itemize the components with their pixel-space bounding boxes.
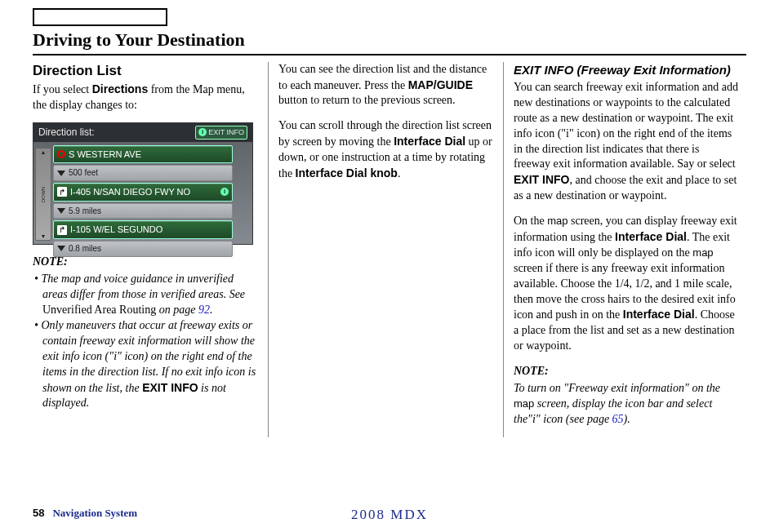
note-bullet-1: The map and voice guidance in unverified… bbox=[33, 272, 258, 318]
ss-header: Direction list: iEXIT INFO bbox=[33, 123, 252, 141]
col2-p2: You can scroll through the direction lis… bbox=[278, 118, 493, 182]
triangle-icon bbox=[57, 171, 65, 176]
map-text: map bbox=[547, 215, 568, 227]
page-title: Driving to Your Destination bbox=[33, 28, 746, 55]
ss-exit-info-button: iEXIT INFO bbox=[195, 126, 247, 139]
ss-dist-3: 0.8 miles bbox=[53, 241, 233, 257]
interface-dial-bold: Interface Dial bbox=[623, 308, 695, 321]
interface-dial-bold: Interface Dial bbox=[615, 230, 687, 243]
text: 500 feet bbox=[69, 167, 98, 179]
column-2: You can see the direction list and the d… bbox=[268, 62, 503, 437]
col3-p1: You can search freeway exit information … bbox=[514, 80, 738, 204]
content-columns: Direction List If you select Directions … bbox=[33, 62, 746, 437]
info-icon: i bbox=[220, 188, 229, 196]
ss-row-3: ↱I-105 W/EL SEGUNDO bbox=[53, 220, 233, 239]
text: button to return to the previous screen. bbox=[278, 94, 456, 106]
interface-dial-knob-bold: Interface Dial knob bbox=[296, 166, 398, 180]
info-icon: i bbox=[198, 128, 207, 136]
text: 5.9 miles bbox=[69, 206, 101, 217]
col3-note: To turn on "Freeway exit information" on… bbox=[514, 381, 738, 428]
footer-section-label: Navigation System bbox=[52, 506, 137, 521]
ss-body: S WESTERN AVE 500 feet ↱I-405 N/SAN DIEG… bbox=[33, 142, 252, 262]
text: The map and voice guidance in unverified… bbox=[41, 273, 245, 300]
intro-paragraph: If you select Directions from the Map me… bbox=[33, 82, 258, 113]
map-text: map bbox=[514, 397, 534, 410]
text: ). bbox=[624, 413, 630, 425]
directions-bold: Directions bbox=[92, 82, 148, 95]
note-bullet-2: Only maneuvers that occur at freeway exi… bbox=[33, 318, 258, 411]
col3-p2: On the map screen, you can display freew… bbox=[514, 214, 738, 354]
column-1: Direction List If you select Directions … bbox=[33, 62, 268, 437]
text: . bbox=[210, 304, 213, 316]
interface-dial-bold: Interface Dial bbox=[394, 135, 465, 148]
ss-row-2: ↱I-405 N/SAN DIEGO FWY NOi bbox=[53, 183, 233, 202]
map-guide-bold: MAP/GUIDE bbox=[408, 78, 473, 91]
turn-icon: ↱ bbox=[57, 187, 67, 197]
ss-dist-2: 5.9 miles bbox=[53, 203, 233, 219]
page-link-65[interactable]: 65 bbox=[612, 413, 624, 425]
exit-info-bold: EXIT INFO bbox=[514, 173, 569, 186]
text: I-405 N/SAN DIEGO FWY NO bbox=[70, 186, 190, 198]
text: To turn on "Freeway exit information" on… bbox=[514, 382, 720, 394]
direction-list-heading: Direction List bbox=[33, 62, 258, 81]
col2-p1: You can see the direction list and the d… bbox=[278, 62, 493, 109]
ss-dist-1: 500 feet bbox=[53, 165, 233, 181]
exit-info-heading: EXIT INFO (Freeway Exit Information) bbox=[514, 62, 738, 78]
page-footer: 58 Navigation System 2008 MDX bbox=[33, 506, 746, 521]
note-label: NOTE: bbox=[514, 364, 738, 379]
text: S WESTERN AVE bbox=[69, 149, 141, 161]
text: EXIT INFO bbox=[208, 127, 244, 137]
footer-model: 2008 MDX bbox=[351, 506, 428, 525]
text: I-105 W/EL SEGUNDO bbox=[70, 224, 162, 236]
text: On the bbox=[514, 215, 547, 227]
triangle-icon bbox=[57, 246, 65, 251]
exit-info-bold: EXIT INFO bbox=[142, 381, 198, 394]
direction-list-screenshot: Direction list: iEXIT INFO DOWN S WESTER… bbox=[33, 122, 253, 245]
text: . bbox=[398, 167, 401, 180]
text: 0.8 miles bbox=[69, 243, 101, 255]
text: on page bbox=[156, 304, 198, 316]
page-number: 58 bbox=[33, 506, 44, 521]
turn-icon: ↱ bbox=[57, 225, 67, 235]
top-empty-box bbox=[33, 8, 167, 26]
unverified-area-routing: Unverified Area Routing bbox=[42, 304, 156, 316]
ss-title: Direction list: bbox=[38, 126, 95, 139]
text: You can search freeway exit information … bbox=[514, 81, 738, 170]
triangle-icon bbox=[57, 208, 65, 214]
text: If you select bbox=[33, 83, 92, 95]
column-3: EXIT INFO (Freeway Exit Information) You… bbox=[503, 62, 738, 437]
map-text: map bbox=[692, 246, 713, 259]
target-icon bbox=[57, 150, 65, 158]
page-link-92[interactable]: 92 bbox=[198, 304, 210, 316]
ss-row-1: S WESTERN AVE bbox=[53, 145, 233, 164]
